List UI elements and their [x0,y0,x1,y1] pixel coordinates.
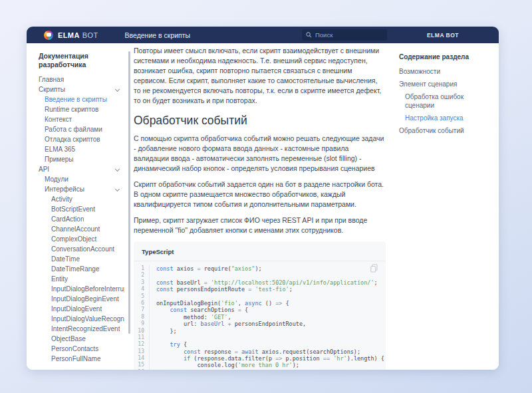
line-number: 16 [134,369,150,370]
chevron-down-icon [115,187,120,192]
search-input[interactable] [315,31,383,39]
sidebar-item[interactable]: InputDialogEvent [39,304,124,314]
sidebar-item[interactable]: Примеры [39,154,124,164]
sidebar-item[interactable]: Главная [39,74,124,84]
sidebar-item[interactable]: ConversationAccount [39,244,124,254]
line-number: 13 [134,348,150,355]
sidebar-item[interactable]: Activity [39,194,124,204]
toc-item[interactable]: Обработка ошибок сценарии [399,92,491,110]
sidebar-item[interactable]: BotScriptEvent [39,204,124,214]
sidebar-item[interactable]: Введение в скрипты [39,94,124,104]
sidebar-item[interactable]: Runtime скриптов [39,104,124,114]
code-line: 12 try { [134,341,386,348]
code-line: 11 [134,334,386,341]
sidebar-item-label: Интерфейсы [45,186,84,193]
sidebar-item[interactable]: ChannelAccount [39,224,124,234]
code-line: 16 context.output.result.promptText = 'В… [134,369,386,370]
code-line: 8 method: 'GET', [134,314,386,321]
line-number: 3 [134,279,150,286]
toc-list: ВозможностиЭлемент сценарияОбработка оши… [399,67,491,135]
docs-app-window: ELMA BOT Введение в скрипты ELMA BOT Док… [27,27,499,370]
left-sidebar: Документация разработчика ГлавнаяСкрипты… [27,43,131,370]
sidebar-title[interactable]: Документация разработчика [39,52,117,68]
line-number: 9 [134,321,150,327]
code-block: TypeScript 1const axios = require("axios… [134,241,386,370]
line-number: 6 [134,300,150,307]
line-number: 11 [134,334,150,341]
sidebar-item[interactable]: Модули [39,174,124,184]
sidebar-item[interactable]: Отладка скриптов [39,134,124,144]
sidebar-item-label: CardAction [51,215,84,223]
sidebar-item[interactable]: API [39,164,124,174]
copy-code-icon[interactable] [370,264,378,273]
code-lines: 1const axios = require("axios");23const … [134,261,386,370]
sidebar-item[interactable]: PersonContacts [39,344,124,354]
sidebar-nav: ГлавнаяСкриптыВведение в скриптыRuntime … [39,74,124,364]
code-line: 3const baseUrl = 'http://localhost:5020/… [134,279,386,286]
code-text: if (response.data.filter(p => p.position… [150,355,386,362]
toc-item[interactable]: Возможности [399,67,491,76]
sidebar-item-label: DateTime [51,255,80,263]
code-text [150,334,386,341]
sidebar-item-label: ComplexObject [51,235,96,243]
search-box[interactable] [302,29,387,41]
sidebar-item[interactable]: Работа с файлами [39,124,124,134]
toc-item[interactable]: Элемент сценария [399,80,491,88]
sidebar-item[interactable]: PersonFullName [39,354,124,364]
line-number: 7 [134,307,150,313]
code-line: 10 }; [134,328,386,334]
line-number: 14 [134,355,150,362]
code-text: }; [150,328,386,334]
sidebar-item[interactable]: InputDialogBeginEvent [39,294,124,304]
code-text: const response = await axios.request(sea… [150,348,386,355]
code-line: 5 [134,293,386,300]
sidebar-item-label: ChannelAccount [51,225,100,233]
sidebar-item-label: Работа с файлами [45,126,102,133]
line-number: 5 [134,293,150,300]
sidebar-item-label: InputDialogValueRecogniz [51,315,124,323]
sidebar-item[interactable]: Скрипты [39,84,124,94]
code-text: onInputDialogBegin('fio', async () => { [150,300,386,307]
sidebar-item-label: IntentRecognizedEvent [51,325,120,332]
code-text: const searchOptions = { [150,307,386,313]
sidebar-item[interactable]: DateTime [39,254,124,264]
sidebar-item[interactable]: InputDialogValueRecogniz [39,314,124,324]
sidebar-item-label: Runtime скриптов [45,106,98,113]
code-language-label: TypeScript [134,241,386,261]
toc-item[interactable]: Обработчик событий [399,126,491,135]
sidebar-item[interactable]: ObjectBase [39,334,124,344]
sidebar-scrollbar-thumb[interactable] [128,51,130,334]
sidebar-item-label: Скрипты [39,86,65,93]
paragraph-example: Пример, скрипт загружает список ФИО чере… [134,215,386,235]
brand-name: ELMA [58,31,80,39]
sidebar-item[interactable]: CardAction [39,214,124,224]
line-number: 15 [134,362,150,368]
sidebar-item-label: InputDialogEvent [51,305,102,313]
sidebar-item[interactable]: Интерфейсы [39,184,124,194]
paragraph-retries: Повторы имеет смысл включать, если скрип… [134,46,386,106]
toc-title: Содержание раздела [399,53,491,61]
sidebar-item-label: BotScriptEvent [51,205,95,213]
code-line: 9 url: baseUrl + personsEndpointRoute, [134,321,386,327]
code-text [150,293,386,300]
sidebar-item[interactable]: InputDialogBeforeInterrup [39,284,124,294]
chevron-down-icon [115,87,120,92]
code-text: const personsEndpointRoute = 'test-fio'; [150,286,386,293]
code-text: const axios = require("axios"); [150,265,386,272]
sidebar-item[interactable]: Контекст [39,114,124,124]
sidebar-item[interactable]: ELMA 365 [39,144,124,154]
code-line: 7 const searchOptions = { [134,307,386,313]
code-text: url: baseUrl + personsEndpointRoute, [150,321,386,327]
sidebar-item-label: InputDialogBeginEvent [51,295,119,303]
sidebar-item[interactable]: IntentRecognizedEvent [39,324,124,334]
sidebar-item[interactable]: ComplexObject [39,234,124,244]
account-label[interactable]: ELMA BOT [387,32,499,39]
line-number: 4 [134,286,150,293]
sidebar-item[interactable]: Entity [39,274,124,284]
toc-item[interactable]: Настройка запуска [399,114,491,122]
code-text [150,272,386,279]
sidebar-item[interactable]: DateTimeRange [39,264,124,274]
chevron-down-icon [115,167,120,172]
code-line: 1const axios = require("axios"); [134,265,386,272]
sidebar-item-label: ELMA 365 [45,146,75,153]
